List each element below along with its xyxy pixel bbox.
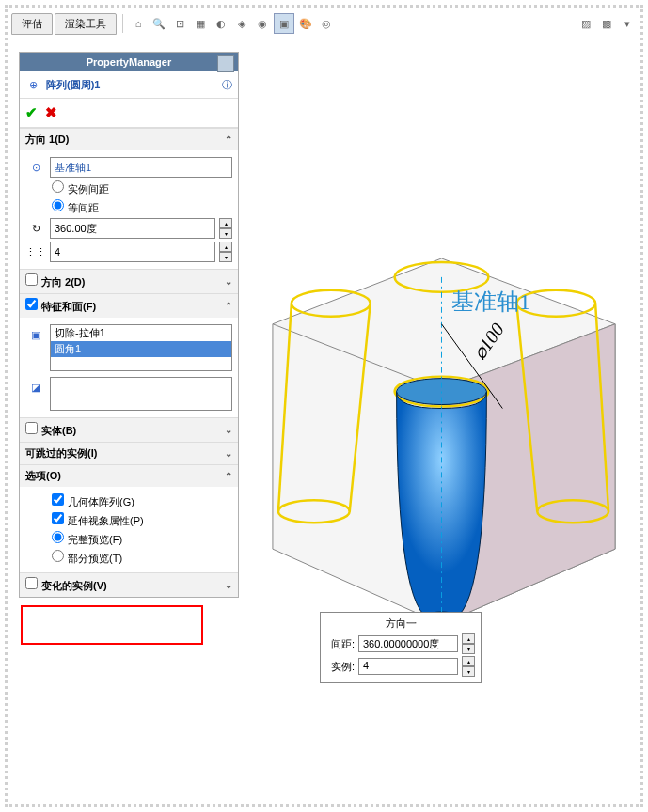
callout-instances-input[interactable]: 4 bbox=[358, 658, 458, 675]
axis-input[interactable]: 基准轴1 bbox=[50, 157, 232, 178]
ok-cancel-row: ✔ ✖ bbox=[20, 99, 238, 128]
axis-label: 基准轴1 bbox=[451, 287, 530, 317]
feature-selector-icon: ▣ bbox=[25, 324, 46, 345]
pm-title: PropertyManager bbox=[87, 56, 171, 68]
check-geometry-pattern[interactable]: 几何体阵列(G) bbox=[52, 493, 134, 509]
section-bodies[interactable]: 实体(B)⌄ bbox=[20, 417, 238, 442]
display-2-icon[interactable]: ◉ bbox=[253, 14, 272, 33]
radio-partial-preview[interactable]: 部分预览(T) bbox=[52, 550, 122, 566]
circular-pattern-icon: ⊕ bbox=[25, 77, 40, 92]
callout-title: 方向一 bbox=[326, 617, 475, 631]
color-icon[interactable]: 🎨 bbox=[296, 14, 315, 33]
callout-spacing-up[interactable]: ▴ bbox=[462, 633, 475, 644]
view-home-icon[interactable]: ⌂ bbox=[129, 14, 148, 33]
section-options[interactable]: 选项(O)⌃ bbox=[20, 464, 238, 487]
list-item[interactable]: 切除-拉伸1 bbox=[51, 325, 231, 341]
feature-name: 阵列(圆周)1 bbox=[46, 78, 100, 92]
property-manager-panel: PropertyManager ⊕ 阵列(圆周)1 ⓘ ✔ ✖ 方向 1(D)⌃… bbox=[19, 52, 239, 598]
3d-viewport[interactable]: 基准轴1 ⌀100 方向一 间距:360.00000000度▴▾ 实例:4▴▾ bbox=[245, 52, 634, 798]
section-vary-instances[interactable]: 变化的实例(V)⌄ bbox=[20, 572, 238, 597]
help-icon[interactable]: ⓘ bbox=[222, 78, 232, 92]
axis-selector-icon: ⊙ bbox=[25, 157, 46, 178]
display-mode-icon[interactable]: ◐ bbox=[212, 14, 230, 33]
radio-instance-spacing[interactable]: 实例间距 bbox=[52, 180, 109, 196]
angle-up[interactable]: ▴ bbox=[219, 218, 232, 228]
display-icon[interactable]: ◈ bbox=[232, 14, 251, 33]
cancel-button[interactable]: ✖ bbox=[45, 104, 57, 121]
angle-input[interactable]: 360.00度 bbox=[50, 218, 215, 239]
count-down[interactable]: ▾ bbox=[219, 252, 232, 262]
callout-spacing-down[interactable]: ▾ bbox=[462, 644, 475, 654]
dropdown-icon[interactable]: ▾ bbox=[618, 14, 637, 33]
feature-name-row: ⊕ 阵列(圆周)1 ⓘ bbox=[20, 71, 238, 99]
pin-icon[interactable] bbox=[217, 55, 234, 72]
cube-2-icon[interactable]: ▩ bbox=[597, 14, 616, 33]
ok-button[interactable]: ✔ bbox=[25, 104, 38, 121]
pm-header: PropertyManager bbox=[20, 53, 238, 71]
angle-icon: ↻ bbox=[25, 218, 46, 239]
callout-inst-up[interactable]: ▴ bbox=[462, 656, 475, 666]
face-selector-icon: ◪ bbox=[25, 377, 46, 398]
angle-down[interactable]: ▾ bbox=[219, 228, 232, 239]
cube-1-icon[interactable]: ▨ bbox=[577, 14, 595, 33]
top-toolbar: 评估 渲染工具 ⌂ 🔍 ⊡ ▦ ◐ ◈ ◉ ▣ 🎨 ◎ ▨ ▩ ▾ bbox=[11, 11, 637, 36]
zoom-icon[interactable]: 🔍 bbox=[150, 14, 168, 33]
face-list[interactable] bbox=[50, 377, 232, 411]
radio-full-preview[interactable]: 完整预览(F) bbox=[52, 531, 122, 547]
direction-callout: 方向一 间距:360.00000000度▴▾ 实例:4▴▾ bbox=[320, 612, 482, 683]
section-direction1[interactable]: 方向 1(D)⌃ bbox=[20, 128, 238, 150]
globe-icon[interactable]: ◎ bbox=[317, 14, 336, 33]
tab-evaluate[interactable]: 评估 bbox=[11, 13, 53, 35]
radio-equal-spacing[interactable]: 等间距 bbox=[52, 199, 99, 215]
callout-spacing-input[interactable]: 360.00000000度 bbox=[358, 635, 458, 652]
box-icon[interactable]: ▣ bbox=[274, 13, 294, 34]
model-render bbox=[245, 52, 634, 798]
list-item[interactable]: 圆角1 bbox=[51, 341, 231, 357]
section-direction2[interactable]: 方向 2(D)⌄ bbox=[20, 269, 238, 293]
tab-render-tools[interactable]: 渲染工具 bbox=[55, 13, 117, 35]
section-icon[interactable]: ▦ bbox=[191, 14, 210, 33]
callout-inst-down[interactable]: ▾ bbox=[462, 666, 475, 677]
instances-icon: ⋮⋮ bbox=[25, 242, 46, 262]
count-input[interactable]: 4 bbox=[50, 242, 215, 262]
feature-list[interactable]: 切除-拉伸1 圆角1 bbox=[50, 324, 232, 371]
zoom-fit-icon[interactable]: ⊡ bbox=[170, 14, 189, 33]
section-skip-instances[interactable]: 可跳过的实例(I)⌄ bbox=[20, 442, 238, 464]
highlight-box bbox=[21, 605, 203, 645]
check-propagate-visual[interactable]: 延伸视象属性(P) bbox=[52, 512, 144, 528]
section-features-faces[interactable]: 特征和面(F)⌃ bbox=[20, 293, 238, 318]
count-up[interactable]: ▴ bbox=[219, 242, 232, 252]
